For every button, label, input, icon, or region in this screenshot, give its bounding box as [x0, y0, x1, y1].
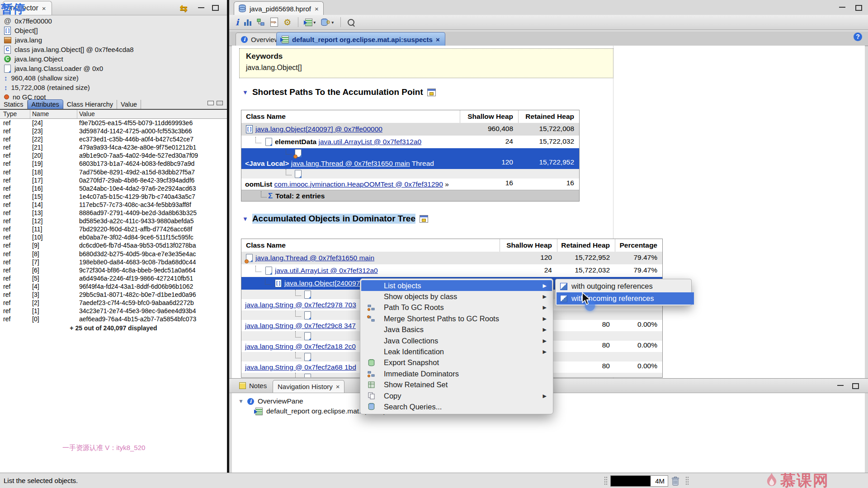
attribute-row[interactable]: ref[10]eb0aba7e-3f02-4d84-9ce6-511f15c59…	[0, 233, 227, 241]
collapse-triangle-icon[interactable]: ▼	[242, 216, 248, 222]
acquire-heap-dump-icon[interactable]: ⚙▾	[321, 19, 334, 26]
overview-info-icon[interactable]: i	[236, 17, 239, 27]
close-icon[interactable]: ×	[336, 383, 340, 390]
attribute-row[interactable]: ref[18]7ad756be-8291-49d2-a15d-83dbb27f5…	[0, 168, 227, 176]
open-in-window-icon[interactable]	[420, 215, 428, 223]
attribute-row[interactable]: ref[14]117ebc57-7c73-408c-ac34-fe5bb93af…	[0, 201, 227, 209]
attribute-row[interactable]: ref[20]a9b1e9c0-7aa5-4a02-94de-527ed30a7…	[0, 151, 227, 160]
object-link[interactable]: java.lang.Object[240097] @ 0x7ffe00000	[255, 125, 382, 133]
column-header[interactable]: Retained Heap	[561, 241, 610, 249]
column-header[interactable]: Shallow Heap	[467, 113, 513, 121]
history-item-overview[interactable]: ▼ i OverviewPane	[238, 397, 303, 405]
link-with-editor-icon[interactable]: ⇆	[180, 3, 188, 14]
tab-notes[interactable]: Notes	[239, 382, 267, 389]
table-row[interactable]: <Java Local> java.lang.Thread @ 0x7fef31…	[241, 148, 579, 169]
tab-attributes[interactable]: Attributes	[28, 99, 63, 109]
menu-item-export-snapshot[interactable]: Export Snapshot	[361, 357, 552, 368]
table-row[interactable]: java.lang.Thread @ 0x7fef31650 main12015…	[241, 252, 662, 264]
object-link[interactable]: com.imooc.jvminaction.HeapOOMTest @ 0x7f…	[274, 180, 443, 188]
object-link[interactable]: java.lang.Thread @ 0x7fef31650 main	[255, 254, 374, 262]
view-minimize-icon[interactable]	[208, 101, 214, 105]
inspector-item[interactable]: java.lang	[0, 35, 227, 45]
attribute-row[interactable]: ref[0]aef6ead9-76a4-4b15-a2b7-7a5854bfc0…	[0, 315, 227, 323]
maximize-icon[interactable]	[855, 5, 862, 11]
attribute-row[interactable]: ref[15]1e4c07a5-b15c-4129-9b7b-c740a43a5…	[0, 192, 227, 201]
drag-handle[interactable]	[604, 476, 608, 485]
column-header[interactable]: Shallow Heap	[506, 241, 552, 249]
column-header[interactable]: Class Name	[246, 241, 286, 249]
attribute-row[interactable]: ref[2]7aedef23-c7f4-4c59-bfc0-9abaa6d227…	[0, 299, 227, 307]
attribute-table-footer[interactable]: + 25 out of 240,097 displayed	[0, 324, 227, 332]
col-type[interactable]: Type	[3, 110, 17, 117]
inspector-item[interactable]: Cclass java.lang.Object[] @ 0x7fee4cda8	[0, 45, 227, 54]
attribute-row[interactable]: ref[1]34c23e71-2e74-45e3-98ec-9a6ee4d93b…	[0, 307, 227, 315]
close-icon[interactable]: ×	[436, 36, 440, 43]
editor-file-tab[interactable]: java_pid65698.hprof ×	[234, 1, 324, 15]
object-link[interactable]: java.lang.String @ 0x7fecf2978 703	[245, 301, 356, 309]
drag-handle[interactable]	[685, 476, 689, 485]
menu-item-list-objects[interactable]: List objects▶	[361, 280, 552, 291]
attribute-row[interactable]: ref[21]479a9a93-f4ca-423e-a80e-9f75e0121…	[0, 143, 227, 151]
attribute-row[interactable]: ref[7]198eb8e0-da84-4683-9c08-7bda68d0c4…	[0, 258, 227, 266]
minimize-icon[interactable]	[198, 7, 204, 8]
garbage-collect-icon[interactable]	[671, 476, 680, 486]
tab-class-hierarchy[interactable]: Class Hierarchy	[63, 100, 117, 109]
attribute-row[interactable]: ref[5]a6d4946a-2246-4f19-9866-4272410fb5…	[0, 274, 227, 282]
attribute-row[interactable]: ref[9]dc6cd0e6-fb7d-45aa-9b53-05d13f0278…	[0, 241, 227, 249]
attribute-row[interactable]: ref[23]3d59874d-1142-4725-a000-fcf553c3b…	[0, 127, 227, 135]
object-link[interactable]: java.lang.String @ 0x7fecf29c8 347	[245, 322, 356, 329]
help-icon[interactable]: ?	[854, 33, 862, 41]
run-expert-report-icon[interactable]: ▾	[305, 19, 316, 26]
attribute-row[interactable]: ref[24]f9e7b025-ea15-4f55-b079-11dd69993…	[0, 119, 227, 127]
table-row[interactable]: []java.lang.Object[240097] @ 0x7ffe00000…	[241, 123, 579, 136]
column-header[interactable]: Retained Heap	[525, 113, 574, 121]
heap-memory-gauge[interactable]: 4M	[610, 475, 668, 487]
table-row[interactable]: oomList com.imooc.jvminaction.HeapOOMTes…	[241, 169, 579, 190]
column-header[interactable]: Percentage	[619, 241, 657, 249]
object-link[interactable]: java.util.ArrayList @ 0x7fef312a0	[275, 267, 378, 274]
submenu-item-with-outgoing-references[interactable]: with outgoing references	[557, 280, 694, 292]
collapse-triangle-icon[interactable]: ▼	[242, 89, 248, 96]
inspector-item[interactable]: ↕15,722,008 (retained size)	[0, 83, 227, 92]
table-total-row[interactable]: ΣTotal: 2 entries	[241, 190, 579, 202]
oql-icon[interactable]: OQL	[270, 18, 278, 27]
menu-item-show-retained-set[interactable]: Show Retained Set	[361, 380, 552, 390]
attribute-row[interactable]: ref[3]29b5c9a1-8071-482c-b0e7-d1be1ed0a9…	[0, 291, 227, 299]
col-name[interactable]: Name	[32, 110, 49, 117]
menu-item-merge-shortest-paths-to-gc-roots[interactable]: Merge Shortest Paths to GC Roots▶	[361, 313, 552, 324]
search-icon[interactable]	[348, 19, 354, 26]
attribute-row[interactable]: ref[19]6803b173-b1a7-4624-b083-fed8bc97a…	[0, 160, 227, 168]
tree-expander-icon[interactable]: ▼	[238, 398, 244, 404]
table-row[interactable]: elementData java.util.ArrayList @ 0x7fef…	[241, 136, 579, 148]
table-row[interactable]: java.util.ArrayList @ 0x7fef312a02415,72…	[241, 264, 662, 277]
view-maximize-icon[interactable]	[217, 101, 223, 105]
tab-navigation-history[interactable]: Navigation History ×	[273, 380, 344, 393]
menu-item-immediate-dominators[interactable]: Immediate Dominators	[361, 368, 552, 379]
minimize-icon[interactable]	[839, 7, 845, 8]
inspector-item[interactable]: @0x7ffe00000	[0, 16, 227, 26]
submenu-item-with-incoming-references[interactable]: with incoming references	[557, 292, 694, 305]
dominator-tree-icon[interactable]	[257, 19, 265, 26]
attribute-row[interactable]: ref[6]9c72f304-bf86-4c8a-bbeb-9edc51a0a6…	[0, 266, 227, 274]
close-icon[interactable]: ×	[42, 5, 46, 12]
inspector-item[interactable]: java.lang.ClassLoader @ 0x0	[0, 64, 227, 73]
menu-item-java-collections[interactable]: Java Collections▶	[361, 335, 552, 346]
tab-statics[interactable]: Statics	[0, 100, 28, 109]
inspector-item[interactable]: Cjava.lang.Object	[0, 54, 227, 64]
attribute-row[interactable]: ref[4]96f49f4a-fd24-43a1-8ddf-6d06b96b10…	[0, 282, 227, 291]
attribute-row[interactable]: ref[8]b680d3d2-b275-40d5-9bca-e7e3e35e4a…	[0, 250, 227, 258]
attribute-row[interactable]: ref[11]7bd29220-f60d-4b21-affb-d77426acc…	[0, 225, 227, 233]
object-link[interactable]: java.lang.String @ 0x7fecf2a18 2c0	[245, 343, 356, 350]
column-header[interactable]: Class Name	[246, 113, 286, 121]
view-minimize-icon[interactable]	[837, 385, 844, 386]
menu-item-copy[interactable]: Copy▶	[361, 390, 552, 401]
menu-item-show-objects-by-class[interactable]: Show objects by class▶	[361, 291, 552, 302]
menu-item-leak-identification[interactable]: Leak Identification▶	[361, 346, 552, 357]
object-link[interactable]: java.lang.Object[240097]	[284, 279, 362, 287]
menu-item-path-to-gc-roots[interactable]: Path To GC Roots▶	[361, 302, 552, 313]
attribute-row[interactable]: ref[22]ec373ed1-c35b-446b-a0f4-b427c542c…	[0, 135, 227, 143]
attribute-row[interactable]: ref[16]50a24abc-10e4-4da2-97a6-2e2924acd…	[0, 184, 227, 192]
view-maximize-icon[interactable]	[852, 383, 859, 389]
tab-default-report[interactable]: default_report org.eclipse.mat.api:suspe…	[276, 32, 445, 46]
attribute-row[interactable]: ref[17]0a270fd7-29ab-4b86-8e42-39cf394ad…	[0, 176, 227, 184]
